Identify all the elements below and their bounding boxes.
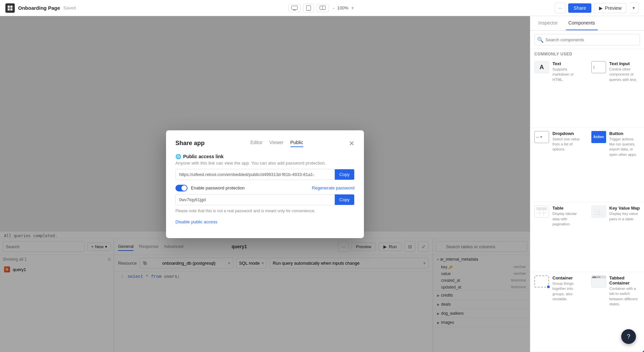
desktop-view-button[interactable]	[288, 4, 301, 12]
preview-label: Preview	[605, 5, 622, 11]
modal-tabs: Editor Viewer Public	[250, 140, 303, 147]
component-key-value-icon	[591, 206, 606, 218]
svg-rect-4	[292, 6, 298, 9]
zoom-controls: - 100% +	[331, 4, 356, 12]
component-dropdown-icon: — ▾	[534, 131, 549, 143]
preview-caret-button[interactable]: ▾	[629, 3, 639, 13]
component-dropdown[interactable]: — ▾ Dropdown Select one value from a lis…	[530, 128, 587, 203]
right-panel: Inspector Components 🔍 Commonly Used A T…	[530, 16, 644, 352]
modal-tab-editor[interactable]: Editor	[250, 140, 263, 147]
top-bar: Onboarding Page Saved - 100% + ··· Share…	[0, 0, 644, 16]
password-value: 0wv7tqy61jgd	[176, 194, 335, 205]
component-text-desc: Supports markdown or HTML.	[552, 67, 583, 82]
modal-tab-viewer[interactable]: Viewer	[269, 140, 284, 147]
modal-section-desc: Anyone with this link can view the app. …	[175, 161, 355, 166]
zoom-minus-button[interactable]: -	[331, 4, 336, 12]
component-tabbed-container[interactable]: Tabbed Container Container with a tab to…	[587, 272, 644, 352]
zoom-level: 100%	[337, 5, 348, 10]
commonly-used-label: Commonly Used	[530, 49, 644, 58]
split-view-button[interactable]	[317, 4, 329, 12]
components-search-input[interactable]	[534, 34, 640, 45]
top-bar-center: - 100% +	[288, 4, 356, 12]
svg-rect-11	[536, 207, 547, 210]
component-dropdown-info: Dropdown Select one value from a list of…	[552, 131, 583, 152]
component-button-info: Button Trigger actions like run queries,…	[609, 131, 640, 158]
modal-header: Share app Editor Viewer Public ✕	[175, 140, 355, 147]
component-text-input-desc: Control other components or queries with…	[609, 67, 640, 82]
component-table-name: Table	[552, 206, 583, 211]
components-search: 🔍	[530, 31, 644, 49]
component-table-icon	[534, 206, 549, 218]
regenerate-password-link[interactable]: Regenerate password	[312, 185, 355, 190]
component-container-name: Container	[552, 275, 583, 280]
right-panel-tabs: Inspector Components	[530, 16, 644, 31]
component-key-value-info: Key Value Map Display key value pairs in…	[609, 206, 640, 222]
saved-label: Saved	[63, 5, 76, 10]
component-text[interactable]: A Text Supports markdown or HTML.	[530, 58, 587, 128]
component-text-name: Text	[552, 61, 583, 66]
component-tabbed-desc: Container with a tab to switch between d…	[609, 286, 640, 307]
globe-icon: 🌐	[175, 154, 181, 159]
url-value: https://uifeed.retool.com/embedded/publi…	[176, 169, 335, 180]
preview-button[interactable]: ▶ Preview	[594, 3, 627, 13]
component-key-value-name: Key Value Map	[609, 206, 640, 211]
main-layout: All queries completed. + New ▾ Showing a…	[0, 16, 644, 352]
tablet-view-button[interactable]	[303, 4, 314, 12]
share-button[interactable]: Share	[568, 3, 591, 13]
component-table-desc: Display tabular data with pagination.	[552, 211, 583, 227]
component-container[interactable]: Container Group things together into gro…	[530, 272, 587, 352]
modal-title: Share app	[175, 140, 205, 147]
top-bar-left: Onboarding Page Saved	[5, 3, 555, 13]
help-fab-button[interactable]: ?	[621, 329, 636, 344]
svg-rect-20	[593, 207, 604, 210]
svg-point-8	[308, 9, 309, 10]
component-button-desc: Trigger actions like run queries, export…	[609, 137, 640, 158]
disable-public-access-link[interactable]: Disable public access	[175, 219, 217, 224]
component-container-info: Container Group things together into gro…	[552, 275, 583, 302]
modal-section-title: 🌐 Public access link	[175, 154, 355, 159]
tab-inspector[interactable]: Inspector	[536, 16, 560, 30]
modal-public-access-section: 🌐 Public access link Anyone with this li…	[175, 154, 355, 225]
component-dropdown-name: Dropdown	[552, 131, 583, 136]
component-text-input[interactable]: I| Text Input Control other components o…	[587, 58, 644, 128]
more-options-button[interactable]: ···	[555, 3, 566, 13]
svg-rect-0	[8, 5, 10, 7]
modal-tab-public[interactable]: Public	[290, 140, 303, 147]
tab-components[interactable]: Components	[566, 16, 598, 30]
help-icon: ?	[627, 333, 630, 340]
component-text-icon: A	[534, 61, 549, 73]
copy-url-button[interactable]: Copy	[335, 169, 354, 180]
share-app-modal: Share app Editor Viewer Public ✕ 🌐 Publi…	[166, 130, 364, 238]
components-search-icon: 🔍	[537, 37, 544, 43]
component-tabbed-info: Tabbed Container Container with a tab to…	[609, 275, 640, 307]
component-tabbed-name: Tabbed Container	[609, 275, 640, 285]
components-grid: A Text Supports markdown or HTML. I| Tex…	[530, 58, 644, 352]
component-container-icon	[534, 275, 549, 288]
canvas-area: All queries completed. + New ▾ Showing a…	[0, 16, 530, 352]
password-toggle-row: Enable password protection Regenerate pa…	[175, 185, 355, 191]
component-text-input-icon: I|	[591, 61, 606, 73]
component-text-info: Text Supports markdown or HTML.	[552, 61, 583, 82]
app-title: Onboarding Page	[18, 5, 60, 11]
component-button[interactable]: Action Button Trigger actions like run q…	[587, 128, 644, 203]
component-tabbed-container-icon	[591, 275, 606, 288]
app-logo	[5, 3, 15, 13]
copy-password-button[interactable]: Copy	[335, 194, 354, 205]
component-table[interactable]: Table Display tabular data with paginati…	[530, 202, 587, 272]
svg-rect-1	[10, 5, 12, 7]
component-text-input-name: Text Input	[609, 61, 640, 66]
component-text-input-info: Text Input Control other components or q…	[609, 61, 640, 82]
zoom-plus-button[interactable]: +	[350, 4, 356, 12]
svg-rect-3	[10, 8, 12, 10]
component-key-value-desc: Display key value pairs in a table.	[609, 211, 640, 222]
modal-close-button[interactable]: ✕	[349, 140, 355, 147]
component-dropdown-desc: Select one value from a list of options.	[552, 137, 583, 152]
url-row: https://uifeed.retool.com/embedded/publi…	[175, 169, 355, 180]
component-key-value-map[interactable]: Key Value Map Display key value pairs in…	[587, 202, 644, 272]
password-toggle-switch[interactable]	[175, 185, 187, 191]
component-button-name: Button	[609, 131, 640, 136]
password-toggle-label: Enable password protection	[191, 185, 245, 190]
play-icon: ▶	[599, 5, 603, 11]
modal-note: Please note that this is not a real pass…	[175, 209, 355, 213]
component-container-desc: Group things together into groups, also …	[552, 281, 583, 302]
